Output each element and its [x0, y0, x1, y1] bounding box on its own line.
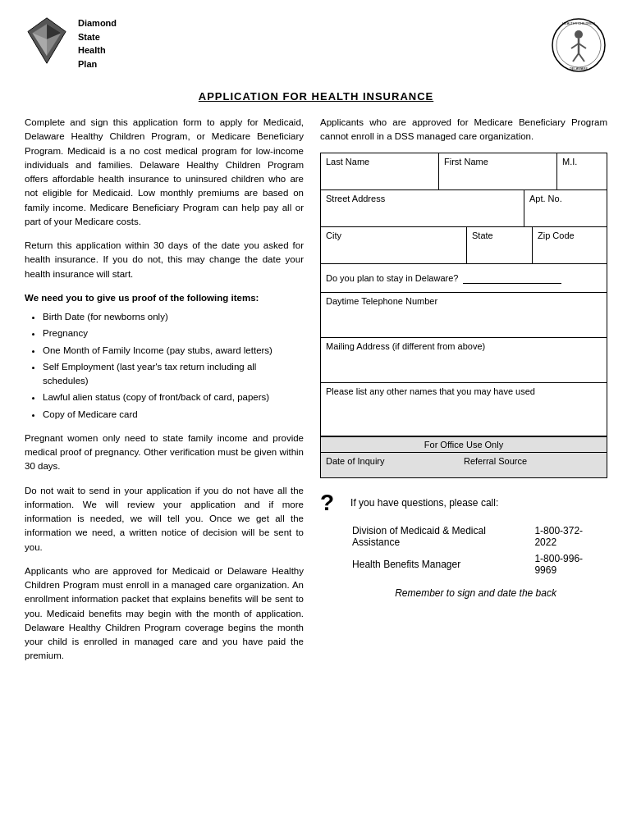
donot-wait-paragraph: Do not wait to send in your application …: [25, 484, 304, 555]
contact-row-1: Division of Medicaid & Medical Assistanc…: [346, 523, 606, 550]
application-form: Last Name First Name M.I. Street Address: [320, 153, 607, 478]
referral-source-label: Referral Source: [464, 456, 527, 466]
mailing-address-label: Mailing Address (if different from above…: [326, 341, 602, 351]
first-name-input[interactable]: [444, 171, 552, 181]
last-name-cell: Last Name: [321, 153, 439, 189]
mi-cell: M.I.: [557, 153, 607, 189]
left-column: Complete and sign this application form …: [25, 116, 304, 673]
svg-line-9: [579, 43, 586, 48]
city-cell: City: [321, 227, 467, 263]
telephone-label: Daytime Telephone Number: [326, 296, 602, 306]
svg-text:HEALTHY CHILDREN: HEALTHY CHILDREN: [562, 21, 595, 25]
apt-cell: Apt. No.: [524, 190, 607, 226]
contact2-phone: 1-800-996-9969: [528, 551, 606, 578]
contact1-label: Division of Medicaid & Medical Assistanc…: [346, 523, 526, 550]
delaware-line: [463, 272, 561, 284]
last-name-label: Last Name: [326, 157, 433, 167]
question-mark-icon: ?: [320, 491, 334, 514]
mi-label: M.I.: [562, 157, 602, 167]
mi-input[interactable]: [562, 171, 602, 181]
zip-label: Zip Code: [538, 231, 602, 240]
logo-right: HEALTHY CHILDREN DELAWARE: [550, 16, 607, 74]
logo-left: Diamond State Health Plan: [25, 16, 117, 71]
apt-label: Apt. No.: [529, 194, 602, 203]
address-row: Street Address Apt. No.: [321, 190, 607, 227]
other-names-input[interactable]: [326, 403, 602, 413]
svg-point-6: [575, 30, 583, 39]
contact-row-2: Health Benefits Manager 1-800-996-9969: [346, 551, 606, 578]
street-address-label: Street Address: [326, 194, 519, 203]
intro-paragraph: Complete and sign this application form …: [25, 116, 304, 229]
list-item: Lawful alien status (copy of front/back …: [43, 390, 304, 404]
delaware-label: Do you plan to stay in Delaware?: [326, 273, 458, 283]
first-name-cell: First Name: [439, 153, 557, 189]
contact-info: If you have questions, please call: Divi…: [344, 495, 607, 600]
seal-icon: HEALTHY CHILDREN DELAWARE: [550, 16, 607, 74]
other-names-row: Please list any other names that you may…: [321, 383, 607, 436]
pregnant-paragraph: Pregnant women only need to state family…: [25, 431, 304, 474]
telephone-input[interactable]: [326, 313, 602, 322]
diamond-icon: [25, 16, 70, 66]
state-input[interactable]: [472, 245, 527, 255]
logo-text: Diamond State Health Plan: [78, 16, 117, 71]
last-name-input[interactable]: [326, 171, 433, 181]
city-label: City: [326, 231, 461, 240]
mailing-address-row: Mailing Address (if different from above…: [321, 338, 607, 383]
date-inquiry-cell: Date of Inquiry: [326, 456, 464, 466]
list-item: One Month of Family Income (pay stubs, a…: [43, 344, 304, 358]
office-use-header: For Office Use Only: [321, 437, 607, 453]
delaware-cell: Do you plan to stay in Delaware?: [321, 269, 607, 287]
state-cell: State: [467, 227, 533, 263]
right-column: Applicants who are approved for Medicare…: [320, 116, 607, 673]
remember-text: Remember to sign and date the back: [344, 587, 607, 599]
other-names-label: Please list any other names that you may…: [326, 386, 602, 396]
state-label: State: [472, 231, 527, 240]
street-address-cell: Street Address: [321, 190, 524, 226]
svg-line-8: [571, 43, 579, 48]
zip-input[interactable]: [538, 245, 602, 255]
zip-cell: Zip Code: [533, 227, 607, 263]
main-content: Complete and sign this application form …: [25, 116, 607, 673]
list-item: Pregnancy: [43, 326, 304, 340]
city-state-zip-row: City State Zip Code: [321, 227, 607, 264]
svg-line-11: [579, 53, 584, 62]
if-questions-text: If you have questions, please call:: [350, 495, 607, 513]
date-inquiry-label: Date of Inquiry: [326, 456, 385, 466]
other-names-cell: Please list any other names that you may…: [321, 383, 607, 436]
office-use-row: Date of Inquiry Referral Source: [321, 453, 607, 477]
contact2-label: Health Benefits Manager: [346, 551, 526, 578]
list-item: Self Employment (last year's tax return …: [43, 360, 304, 389]
first-name-label: First Name: [444, 157, 552, 167]
apt-input[interactable]: [529, 208, 602, 218]
svg-text:DELAWARE: DELAWARE: [570, 66, 588, 71]
contact-table: Division of Medicaid & Medical Assistanc…: [344, 522, 607, 579]
page-title: APPLICATION FOR HEALTH INSURANCE: [25, 90, 607, 103]
list-item: Copy of Medicare card: [43, 408, 304, 422]
contact1-phone: 1-800-372-2022: [528, 523, 606, 550]
approved-paragraph: Applicants who are approved for Medicaid…: [25, 564, 304, 664]
mailing-address-input[interactable]: [326, 358, 602, 368]
svg-line-10: [573, 53, 579, 62]
right-intro-text: Applicants who are approved for Medicare…: [320, 116, 607, 144]
referral-source-cell: Referral Source: [464, 456, 602, 466]
list-item: Birth Date (for newborns only): [43, 310, 304, 324]
return-paragraph: Return this application within 30 days o…: [25, 239, 304, 281]
telephone-row: Daytime Telephone Number: [321, 293, 607, 338]
street-address-input[interactable]: [326, 208, 519, 218]
delaware-row: Do you plan to stay in Delaware?: [321, 264, 607, 293]
telephone-cell: Daytime Telephone Number: [321, 293, 607, 337]
mailing-address-cell: Mailing Address (if different from above…: [321, 338, 607, 382]
proof-label: We need you to give us proof of the foll…: [25, 291, 304, 305]
name-row: Last Name First Name M.I.: [321, 153, 607, 190]
proof-list: Birth Date (for newborns only) Pregnancy…: [25, 310, 304, 422]
office-use-section: For Office Use Only Date of Inquiry Refe…: [321, 436, 607, 477]
bottom-section: ? If you have questions, please call: Di…: [320, 495, 607, 600]
page-header: Diamond State Health Plan HEALTHY CHILDR…: [25, 16, 607, 74]
city-input[interactable]: [326, 245, 461, 255]
